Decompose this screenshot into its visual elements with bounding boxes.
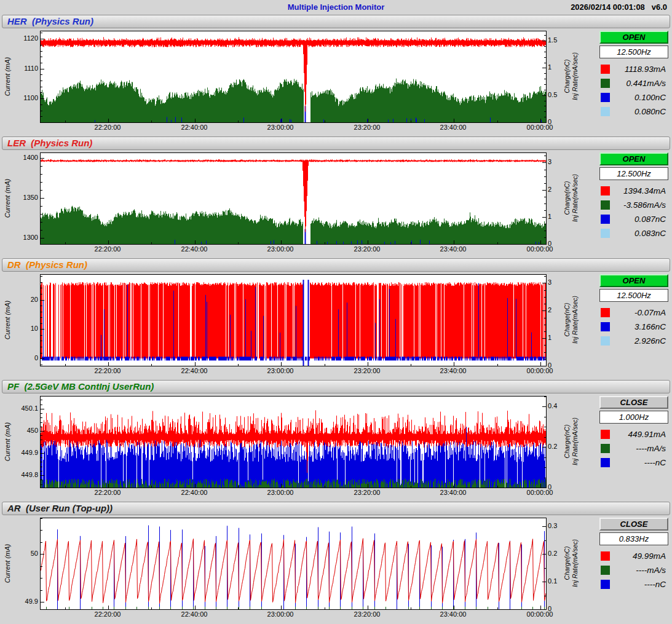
left-axis-title: Current (mA) [4,34,12,120]
status-rows: 449.91mA----mA/s----nC [599,427,668,470]
left-tick-label: 1400 [10,154,38,161]
status-row: 0.083nC [599,226,668,240]
gate-button[interactable]: OPEN [599,152,668,165]
status-row: ----nC [599,577,668,591]
right-axis-title-injrate: Inj Rate(mA/sec) [571,277,579,363]
legend-swatch [601,200,610,210]
gate-button[interactable]: CLOSE [599,518,668,531]
status-value: 449.91mA [610,430,668,439]
panel-title: PF (2.5GeV MB ContInj UserRun) [7,381,154,393]
status-value: 3.166nC [610,322,668,331]
status-value: 1118.93mA [610,65,668,74]
right-axis-title-injrate: Inj Rate(mA/sec) [571,520,579,606]
right-tick-label: 1.5 [548,36,575,44]
legend-swatch [601,430,610,439]
time-label: 22:40:00 [173,610,216,618]
status-row: 1118.93mA [599,62,668,76]
plot-area [40,396,547,488]
right-tick-label: 0.4 [548,402,575,409]
status-row: 449.91mA [599,427,668,441]
plot-area [40,152,547,245]
status-rows: 1118.93mA0.441mA/s0.100nC0.080nC [599,62,668,119]
time-label: 22:20:00 [86,610,129,618]
time-label: 23:20:00 [346,610,389,618]
status-box: CLOSE 0.833Hz 49.99mA----mA/s----nC [599,518,668,591]
left-tick-label: 450.1 [10,405,38,412]
status-row: -0.07mA [599,306,668,320]
gate-button[interactable]: OPEN [599,274,668,287]
time-label: 22:40:00 [173,489,216,496]
version: v6.0 [652,2,667,12]
monitor-panel-DR: DR (Physics Run) Current (mA) Charge(nC)… [0,258,672,380]
right-axis-title-charge: Charge(nC) [563,398,571,484]
status-row: 49.99mA [599,549,668,563]
chart-canvas [41,518,546,609]
status-value: ----nC [610,458,668,467]
frequency-readout: 1.000Hz [599,411,668,424]
right-tick-label: 1 [548,213,575,220]
right-axis-title-charge: Charge(nC) [563,155,571,241]
status-value: 0.441mA/s [610,79,668,88]
time-label: 23:40:00 [432,245,475,253]
left-tick-label: 1110 [10,65,38,72]
time-label: 00:00:00 [518,245,561,253]
left-tick-label: 1350 [10,194,38,201]
legend-swatch [601,308,610,317]
left-tick-label: 49.9 [10,598,38,605]
panel-header: HER (Physics Run) [2,15,670,28]
time-label: 00:00:00 [518,610,561,618]
status-row: 3.166nC [599,320,668,334]
status-row: 1394.34mA [599,184,668,198]
right-axis-title-injrate: Inj Rate(mA/sec) [571,33,579,119]
time-label: 23:00:00 [259,245,302,253]
time-label: 23:20:00 [346,367,389,374]
right-tick-label: 1 [548,334,575,341]
time-label: 23:40:00 [432,489,475,496]
gate-button[interactable]: OPEN [599,31,668,44]
legend-swatch [601,93,610,102]
legend-swatch [601,580,610,589]
plot-area [40,518,547,610]
status-value: -0.07mA [610,308,668,317]
status-value: ----nC [610,580,668,589]
panel-header: AR (User Run (Top-up)) [2,502,670,515]
legend-swatch [601,65,610,74]
status-value: 0.087nC [610,215,668,224]
status-value: 1394.34mA [610,186,668,195]
legend-swatch [601,444,610,453]
status-value: -3.586mA/s [610,200,668,210]
left-axis-title: Current (mA) [4,277,12,363]
frequency-readout: 0.833Hz [599,532,668,545]
status-value: 49.99mA [610,551,668,561]
frequency-readout: 12.500Hz [599,167,668,180]
chart-canvas [41,31,546,122]
status-row: 0.100nC [599,90,668,105]
status-rows: 1394.34mA-3.586mA/s0.087nC0.083nC [599,184,668,240]
status-box: OPEN 12.500Hz -0.07mA3.166nC2.926nC [599,274,668,348]
panel-header: PF (2.5GeV MB ContInj UserRun) [2,380,670,393]
panel-title: AR (User Run (Top-up)) [7,502,113,515]
right-axis-title-charge: Charge(nC) [563,520,571,606]
legend-swatch [601,186,610,195]
time-label: 23:40:00 [432,610,475,618]
time-label: 23:00:00 [259,367,302,374]
left-tick-label: 50 [10,550,38,557]
right-tick-label: 0.5 [548,91,575,98]
legend-swatch [601,229,610,238]
time-label: 22:40:00 [173,124,216,131]
panel-header: LER (Physics Run) [2,136,670,150]
plot-area [40,31,547,123]
right-tick-label: 0.3 [548,522,575,529]
monitor-panel-AR: AR (User Run (Top-up)) Current (mA) Char… [0,502,672,623]
plot-area [40,274,547,366]
right-tick-label: 3 [548,158,575,165]
right-axis-title-injrate: Inj Rate(mA/sec) [571,398,579,484]
status-value: 2.926nC [610,336,668,346]
left-tick-label: 20 [10,296,38,303]
panel-title: LER (Physics Run) [7,137,92,149]
gate-button[interactable]: CLOSE [599,396,668,409]
right-tick-label: 0.2 [548,443,575,450]
time-label: 22:20:00 [86,489,129,496]
time-label: 23:40:00 [432,124,475,131]
chart-canvas [41,153,546,244]
